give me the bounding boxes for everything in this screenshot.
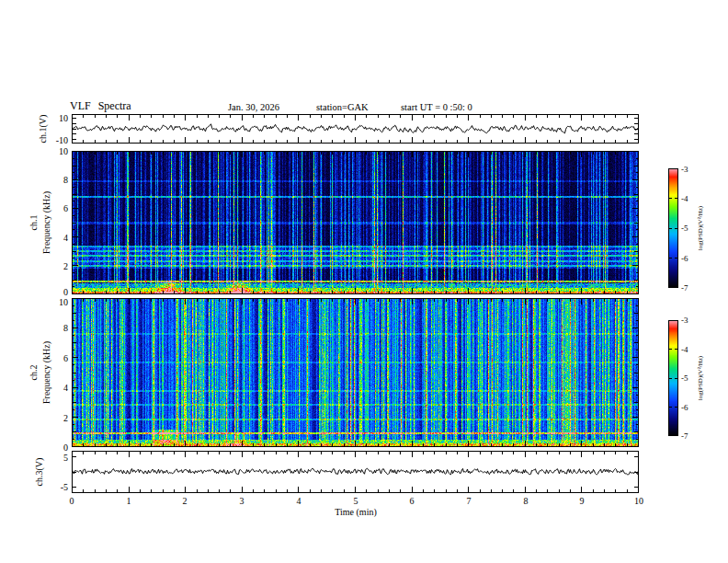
date-label: Jan. 30, 2026 <box>228 102 279 112</box>
cbar2-tick-neg5: -5 <box>681 373 688 383</box>
spec2-ytick-4: 4 <box>63 383 68 393</box>
ch3-wave-tick-5: 5 <box>63 453 68 463</box>
ch2-channel-label: ch.2 <box>28 365 39 381</box>
x-tick-7: 7 <box>467 496 472 506</box>
spec2-ytick-6: 6 <box>63 353 68 363</box>
cbar2-tick-neg4: -4 <box>681 345 688 354</box>
x-tick-8: 8 <box>524 496 529 506</box>
x-tick-2: 2 <box>183 496 188 506</box>
ch3-wave-tick-neg5: -5 <box>61 482 68 492</box>
spec2-ytick-2: 2 <box>63 413 68 423</box>
x-tick-4: 4 <box>297 496 301 506</box>
ch3-waveform-canvas <box>72 451 639 493</box>
ch1-wave-ylabel: ch.1(V) <box>38 115 48 144</box>
spec2-ytick-0: 0 <box>63 442 68 453</box>
spec2-ytick-10: 10 <box>59 297 68 307</box>
cbar2-tick-neg7: -7 <box>681 431 688 441</box>
cbar1-tick-neg4: -4 <box>681 194 688 203</box>
spec1-ytick-0: 0 <box>63 287 68 297</box>
colorbar2-label: log(PSD)(V²/Hz) <box>697 356 704 400</box>
start-ut-label: start UT = 0 :50: 0 <box>401 102 472 112</box>
spec1-ytick-4: 4 <box>63 233 68 243</box>
x-tick-9: 9 <box>580 496 585 506</box>
cbar1-tick-neg6: -6 <box>681 254 688 263</box>
ch1-colorbar-canvas <box>668 168 678 288</box>
spec1-ytick-2: 2 <box>63 261 68 271</box>
ch1-waveform-canvas <box>72 114 639 144</box>
x-tick-0: 0 <box>70 496 74 506</box>
ch1-spectrogram-canvas <box>72 151 639 294</box>
ch2-frequency-ylabel: Frequency (kHz) <box>41 341 51 404</box>
cbar1-tick-neg5: -5 <box>681 224 688 233</box>
cbar1-tick-neg3: -3 <box>681 165 688 174</box>
spec1-ytick-6: 6 <box>63 203 68 213</box>
x-tick-6: 6 <box>410 496 415 506</box>
x-axis-title: Time (min) <box>335 507 376 517</box>
colorbar1-label: log(PSD)(V²/Hz) <box>697 206 704 250</box>
ch2-spectrogram-canvas <box>72 298 639 447</box>
station-label: station=GAK <box>316 102 369 112</box>
ch1-wave-tick-neg10: -10 <box>56 135 68 145</box>
x-tick-10: 10 <box>634 496 643 506</box>
vlf-spectra-figure: VLF Spectra Jan. 30, 2026 station=GAK st… <box>0 0 728 563</box>
cbar2-tick-neg3: -3 <box>681 316 688 325</box>
x-tick-3: 3 <box>240 496 245 506</box>
cbar1-tick-neg7: -7 <box>681 283 688 293</box>
ch1-wave-tick-10: 10 <box>59 113 68 123</box>
x-tick-1: 1 <box>127 496 131 506</box>
spec1-ytick-8: 8 <box>63 175 68 185</box>
ch2-colorbar-canvas <box>668 320 678 436</box>
page-title: VLF Spectra <box>70 99 131 113</box>
ch3-wave-ylabel: ch.3(V) <box>34 458 44 487</box>
spec1-ytick-10: 10 <box>59 146 68 156</box>
x-tick-5: 5 <box>354 496 358 506</box>
ch1-frequency-ylabel: Frequency (kHz) <box>41 191 51 254</box>
cbar2-tick-neg6: -6 <box>681 403 688 412</box>
spec2-ytick-8: 8 <box>63 323 68 333</box>
ch1-channel-label: ch.1 <box>28 215 39 231</box>
